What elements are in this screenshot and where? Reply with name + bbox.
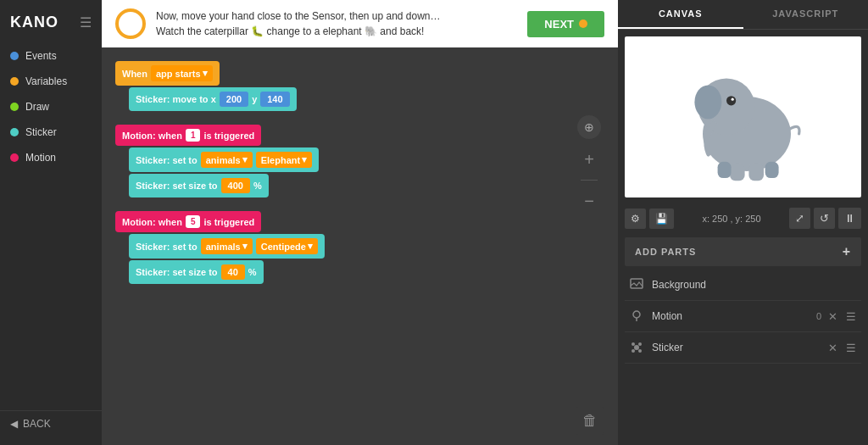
canvas-toolbar: ⚙ 💾 x: 250 , y: 250 ⤢ ↺ ⏸	[618, 204, 868, 232]
motion5-block[interactable]: Motion: when 5 is triggered	[115, 211, 261, 232]
sticker-part-label: Sticker	[652, 342, 820, 353]
motion1-row: Motion: when 1 is triggered	[115, 125, 604, 146]
svg-rect-7	[717, 162, 731, 178]
category1-select[interactable]: animals ▾	[201, 152, 253, 168]
animal2-select[interactable]: Centipede ▾	[256, 238, 318, 254]
part-item-background: Background	[625, 270, 861, 301]
sidebar-item-variables[interactable]: Variables	[0, 69, 102, 94]
sticker-set2-row: Sticker: set to animals ▾ Centipede ▾	[129, 234, 604, 259]
motion-label: Motion	[25, 152, 56, 164]
size2-value[interactable]: 40	[221, 264, 245, 280]
sticker-size2-block[interactable]: Sticker: set size to 40 %	[129, 260, 264, 284]
instruction-text: Now, move your hand close to the Sensor,…	[156, 8, 517, 39]
sticker-set1-block[interactable]: Sticker: set to animals ▾ Elephant ▾	[129, 147, 319, 172]
events-dot	[10, 52, 19, 60]
next-label: NEXT	[544, 18, 574, 31]
canvas-divider	[581, 180, 598, 181]
animal1-select[interactable]: Elephant ▾	[256, 152, 312, 168]
svg-point-4	[731, 98, 733, 101]
svg-point-11	[634, 345, 639, 350]
elephant-display	[676, 49, 811, 185]
when-block[interactable]: When app starts ▾	[115, 61, 220, 86]
sticker-size1-block[interactable]: Sticker: set size to 400 %	[129, 174, 269, 197]
save-button[interactable]: 💾	[649, 209, 674, 229]
motion-dot	[10, 153, 19, 162]
logo-text: KANO	[10, 14, 58, 31]
svg-point-2	[694, 85, 721, 119]
logo-area: KANO ☰	[0, 8, 102, 43]
tab-javascript[interactable]: JAVASCRIPT	[743, 0, 869, 29]
motion-count: 0	[816, 311, 821, 321]
background-label: Background	[652, 279, 851, 291]
sidebar-item-draw[interactable]: Draw	[0, 94, 102, 120]
sticker-delete-button[interactable]: ✕	[826, 340, 839, 356]
instruction-bar: Now, move your hand close to the Sensor,…	[102, 0, 618, 47]
motion-delete-button[interactable]: ✕	[826, 309, 839, 325]
add-parts-label: ADD PARTS	[635, 247, 696, 257]
right-panel: CANVAS JAVASCRIPT	[618, 0, 868, 445]
motion5-row: Motion: when 5 is triggered	[115, 211, 604, 232]
size1-value[interactable]: 400	[221, 178, 250, 193]
back-button[interactable]: ◀ BACK	[0, 410, 102, 437]
sticker-size1-row: Sticker: set size to 400 %	[129, 174, 604, 197]
background-icon	[628, 276, 645, 293]
back-icon: ◀	[10, 418, 18, 430]
sticker-move-block[interactable]: Sticker: move to x 200 y 140	[129, 87, 297, 111]
motion1-block[interactable]: Motion: when 1 is triggered	[115, 125, 261, 146]
svg-rect-6	[748, 163, 764, 181]
trigger5-val: 5	[186, 215, 201, 228]
y-value[interactable]: 140	[260, 92, 289, 107]
add-tool[interactable]: +	[577, 147, 601, 171]
sticker-set1-row: Sticker: set to animals ▾ Elephant ▾	[129, 147, 604, 172]
panel-tabs: CANVAS JAVASCRIPT	[618, 0, 868, 30]
sidebar-item-sticker[interactable]: Sticker	[0, 120, 102, 145]
x-value[interactable]: 200	[220, 92, 248, 107]
block-group-1: When app starts ▾ Sticker: move to x 200…	[115, 61, 604, 111]
trigger1-val: 1	[186, 129, 201, 142]
instruction-line2: Watch the caterpillar 🐛 change to a elep…	[156, 24, 517, 39]
motion-menu-button[interactable]: ☰	[844, 309, 858, 325]
sidebar-item-motion[interactable]: Motion	[0, 145, 102, 170]
part-item-sticker: Sticker ✕ ☰	[625, 332, 861, 364]
instruction-icon	[115, 8, 146, 39]
sticker-menu-button[interactable]: ☰	[844, 340, 858, 356]
svg-point-10	[633, 311, 640, 318]
target-tool[interactable]: ⊕	[577, 115, 601, 139]
back-label: BACK	[23, 418, 51, 430]
block-group-2: Motion: when 1 is triggered Sticker: set…	[115, 125, 604, 197]
sticker-icon	[628, 339, 645, 356]
svg-point-3	[726, 96, 736, 105]
settings-button[interactable]: ⚙	[625, 209, 646, 229]
block-canvas: When app starts ▾ Sticker: move to x 200…	[102, 47, 618, 445]
fullscreen-button[interactable]: ⤢	[789, 208, 810, 229]
sticker-controls: ✕ ☰	[826, 340, 858, 356]
delete-button[interactable]: 🗑	[576, 407, 604, 435]
tab-canvas[interactable]: CANVAS	[618, 0, 743, 29]
motion-label: Motion	[652, 310, 810, 322]
svg-point-14	[632, 349, 635, 353]
next-button[interactable]: NEXT	[527, 11, 604, 37]
when-row: When app starts ▾	[115, 61, 604, 86]
svg-point-13	[638, 342, 642, 346]
block-group-3: Motion: when 5 is triggered Sticker: set…	[115, 211, 604, 284]
add-parts-button[interactable]: ADD PARTS +	[625, 237, 861, 266]
refresh-button[interactable]: ↺	[814, 208, 835, 229]
trigger-select[interactable]: app starts ▾	[151, 65, 213, 81]
svg-point-15	[638, 349, 642, 353]
svg-point-12	[632, 342, 635, 346]
next-dot	[579, 19, 587, 28]
minus-tool[interactable]: −	[577, 189, 601, 213]
variables-label: Variables	[25, 75, 67, 87]
sticker-dot	[10, 128, 19, 136]
coords-display: x: 250 , y: 250	[677, 214, 786, 224]
category2-select[interactable]: animals ▾	[201, 238, 253, 254]
sticker-set2-block[interactable]: Sticker: set to animals ▾ Centipede ▾	[129, 234, 325, 259]
hamburger-icon[interactable]: ☰	[80, 14, 92, 31]
sidebar-item-events[interactable]: Events	[0, 43, 102, 69]
svg-rect-5	[730, 163, 745, 181]
pause-button[interactable]: ⏸	[838, 208, 861, 229]
sticker-move-row: Sticker: move to x 200 y 140	[129, 87, 604, 111]
plus-icon: +	[843, 244, 851, 259]
svg-rect-8	[765, 162, 778, 178]
motion-icon	[628, 308, 645, 325]
